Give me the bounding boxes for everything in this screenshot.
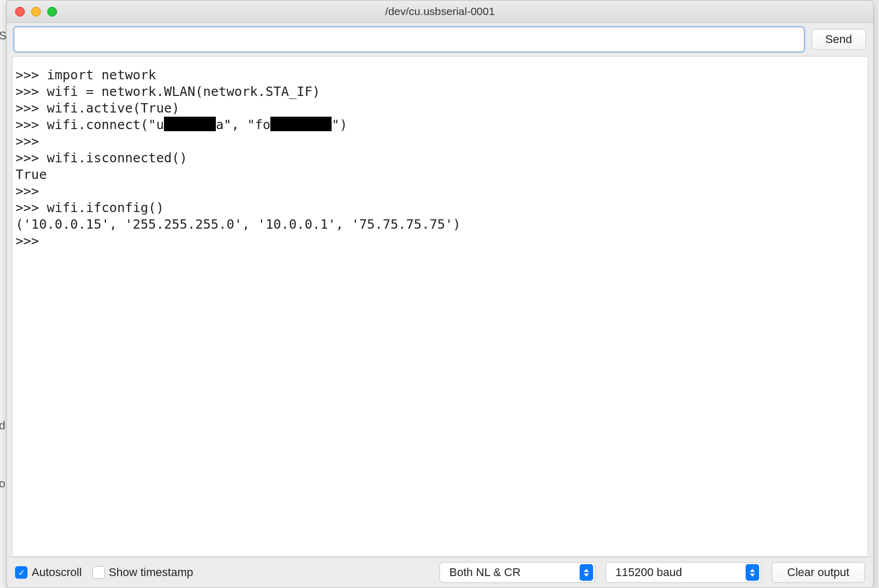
close-icon[interactable]: [15, 7, 25, 17]
baud-rate-select[interactable]: 115200 baud: [606, 562, 761, 583]
console-line: ('10.0.0.15', '255.255.255.0', '10.0.0.1…: [16, 216, 864, 233]
console-line: >>>: [16, 133, 864, 150]
window-title: /dev/cu.usbserial-0001: [7, 5, 873, 18]
titlebar[interactable]: /dev/cu.usbserial-0001: [7, 1, 873, 23]
console-line: >>> wifi = network.WLAN(network.STA_IF): [16, 83, 864, 100]
checkbox-icon: ✓: [15, 566, 28, 579]
autoscroll-checkbox[interactable]: ✓ Autoscroll: [15, 566, 82, 579]
serial-input[interactable]: [14, 27, 804, 52]
serial-monitor-window: /dev/cu.usbserial-0001 Send >>> import n…: [6, 0, 874, 588]
show-timestamp-checkbox[interactable]: Show timestamp: [92, 566, 194, 579]
send-button[interactable]: Send: [812, 29, 866, 50]
clear-output-button[interactable]: Clear output: [772, 562, 865, 583]
show-timestamp-label: Show timestamp: [109, 566, 194, 579]
console-line: True: [16, 166, 864, 183]
redacted-text: [164, 117, 216, 131]
send-toolbar: Send: [7, 23, 873, 56]
autoscroll-label: Autoscroll: [32, 566, 82, 579]
line-ending-select[interactable]: Both NL & CR: [440, 562, 595, 583]
bg-letter: o: [0, 477, 5, 491]
console-line: >>> wifi.active(True): [16, 100, 864, 117]
console-line: >>>: [16, 233, 864, 249]
line-ending-value: Both NL & CR: [449, 566, 520, 579]
baud-rate-value: 115200 baud: [615, 566, 682, 579]
checkbox-icon: [92, 566, 105, 579]
bg-letter: S: [0, 29, 7, 43]
window-controls: [15, 7, 57, 17]
chevron-up-down-icon: [746, 564, 759, 581]
bg-letter: d: [0, 419, 5, 432]
zoom-icon[interactable]: [47, 7, 57, 17]
console-line: >>> wifi.ifconfig(): [16, 200, 864, 216]
console-line: >>> import network: [16, 67, 864, 83]
console-line: >>> wifi.isconnected(): [16, 150, 864, 166]
console-line: >>>: [16, 183, 864, 200]
chevron-up-down-icon: [580, 564, 593, 581]
serial-console[interactable]: >>> import network>>> wifi = network.WLA…: [12, 56, 868, 557]
footer-bar: ✓ Autoscroll Show timestamp Both NL & CR…: [7, 557, 873, 587]
minimize-icon[interactable]: [31, 7, 41, 17]
redacted-text: [270, 117, 332, 131]
console-line: >>> wifi.connect("ua", "fo"): [16, 117, 864, 133]
